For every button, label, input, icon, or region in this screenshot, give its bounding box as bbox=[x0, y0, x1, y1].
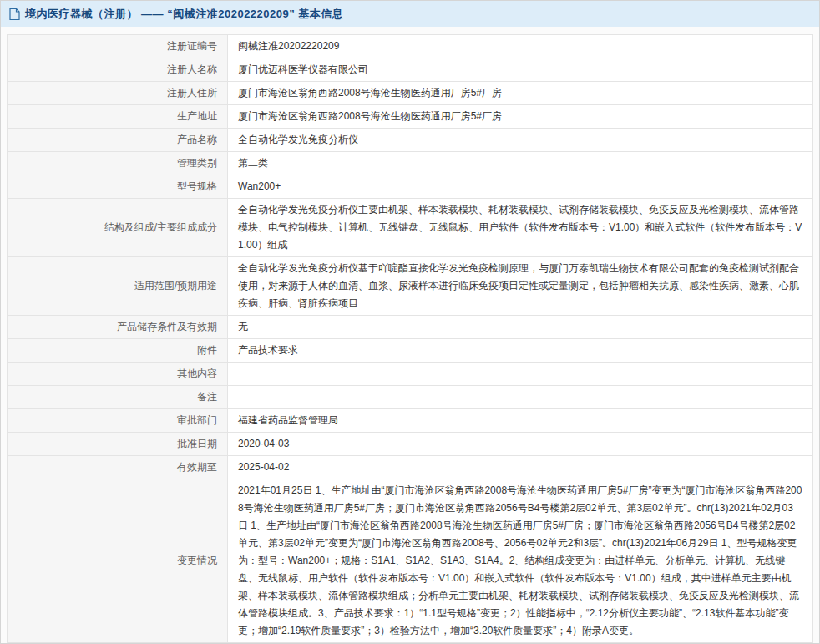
table-row: 产品储存条件及有效期 无 bbox=[8, 316, 813, 339]
table-row: 结构及组成/主要组成成分 全自动化学发光免疫分析仪主要由机架、样本装载模块、耗材… bbox=[8, 199, 813, 257]
field-label: 附件 bbox=[8, 339, 228, 363]
field-label: 产品名称 bbox=[8, 129, 228, 152]
field-value: 厦门市海沧区翁角西路2008号海沧生物医药通用厂房5#厂房 bbox=[228, 105, 813, 129]
page-title: 境内医疗器械（注册） —— “闽械注准20202220209” 基本信息 bbox=[25, 7, 343, 22]
table-row: 适用范围/预期用途 全自动化学发光免疫分析仪基于吖啶酯直接化学发光免疫检测原理，… bbox=[8, 257, 813, 316]
field-label: 产品储存条件及有效期 bbox=[8, 316, 228, 339]
field-value: 产品技术要求 bbox=[228, 339, 813, 363]
table-row: 其他内容 bbox=[8, 363, 813, 386]
field-value: 2025-04-02 bbox=[228, 456, 813, 479]
field-value: Wan200+ bbox=[228, 175, 813, 199]
field-value: 无 bbox=[228, 316, 813, 339]
field-label: 适用范围/预期用途 bbox=[8, 257, 228, 316]
field-value: 2020-04-03 bbox=[228, 433, 813, 456]
field-value: 闽械注准20202220209 bbox=[228, 35, 813, 58]
field-label: 有效期至 bbox=[8, 456, 228, 479]
field-label: 型号规格 bbox=[8, 175, 228, 199]
field-value: 厦门市海沧区翁角西路2008号海沧生物医药通用厂房5#厂房 bbox=[228, 82, 813, 105]
field-label: 结构及组成/主要组成成分 bbox=[8, 199, 228, 257]
field-label: 其他内容 bbox=[8, 363, 228, 386]
field-value: 全自动化学发光免疫分析仪基于吖啶酯直接化学发光免疫检测原理，与厦门万泰凯瑞生物技… bbox=[228, 257, 813, 316]
field-value: 全自动化学发光免疫分析仪主要由机架、样本装载模块、耗材装载模块、试剂存储装载模块… bbox=[228, 199, 813, 257]
field-label: 注册证编号 bbox=[8, 35, 228, 58]
table-row: 注册人名称 厦门优迈科医学仪器有限公司 bbox=[8, 58, 813, 82]
field-value: 厦门优迈科医学仪器有限公司 bbox=[228, 58, 813, 82]
table-row: 生产地址 厦门市海沧区翁角西路2008号海沧生物医药通用厂房5#厂房 bbox=[8, 105, 813, 129]
field-label: 审批部门 bbox=[8, 409, 228, 433]
field-value bbox=[228, 386, 813, 409]
table-row: 审批部门 福建省药品监督管理局 bbox=[8, 409, 813, 433]
field-label: 变更情况 bbox=[8, 479, 228, 643]
table-row: 备注 bbox=[8, 386, 813, 409]
table-row: 注册人住所 厦门市海沧区翁角西路2008号海沧生物医药通用厂房5#厂房 bbox=[8, 82, 813, 105]
table-row: 批准日期 2020-04-03 bbox=[8, 433, 813, 456]
info-table-container: 注册证编号 闽械注准20202220209 注册人名称 厦门优迈科医学仪器有限公… bbox=[7, 34, 813, 644]
table-row: 附件 产品技术要求 bbox=[8, 339, 813, 363]
field-value: 第二类 bbox=[228, 152, 813, 175]
registration-info-table: 注册证编号 闽械注准20202220209 注册人名称 厦门优迈科医学仪器有限公… bbox=[7, 34, 813, 644]
page: 境内医疗器械（注册） —— “闽械注准20202220209” 基本信息 注册证… bbox=[0, 0, 820, 644]
table-row: 有效期至 2025-04-02 bbox=[8, 456, 813, 479]
field-label: 注册人名称 bbox=[8, 58, 228, 82]
field-value: 福建省药品监督管理局 bbox=[228, 409, 813, 433]
field-label: 注册人住所 bbox=[8, 82, 228, 105]
field-value: 全自动化学发光免疫分析仪 bbox=[228, 129, 813, 152]
field-value: 2021年01月25日 1、生产地址由“厦门市海沧区翁角西路2008号海沧生物医… bbox=[228, 479, 813, 643]
table-row: 产品名称 全自动化学发光免疫分析仪 bbox=[8, 129, 813, 152]
field-label: 生产地址 bbox=[8, 105, 228, 129]
table-row: 变更情况 2021年01月25日 1、生产地址由“厦门市海沧区翁角西路2008号… bbox=[8, 479, 813, 643]
field-label: 管理类别 bbox=[8, 152, 228, 175]
document-icon bbox=[9, 8, 20, 20]
field-value bbox=[228, 363, 813, 386]
table-row: 注册证编号 闽械注准20202220209 bbox=[8, 35, 813, 58]
table-row: 管理类别 第二类 bbox=[8, 152, 813, 175]
table-row: 型号规格 Wan200+ bbox=[8, 175, 813, 199]
page-header: 境内医疗器械（注册） —— “闽械注准20202220209” 基本信息 bbox=[1, 1, 819, 27]
field-label: 批准日期 bbox=[8, 433, 228, 456]
field-label: 备注 bbox=[8, 386, 228, 409]
